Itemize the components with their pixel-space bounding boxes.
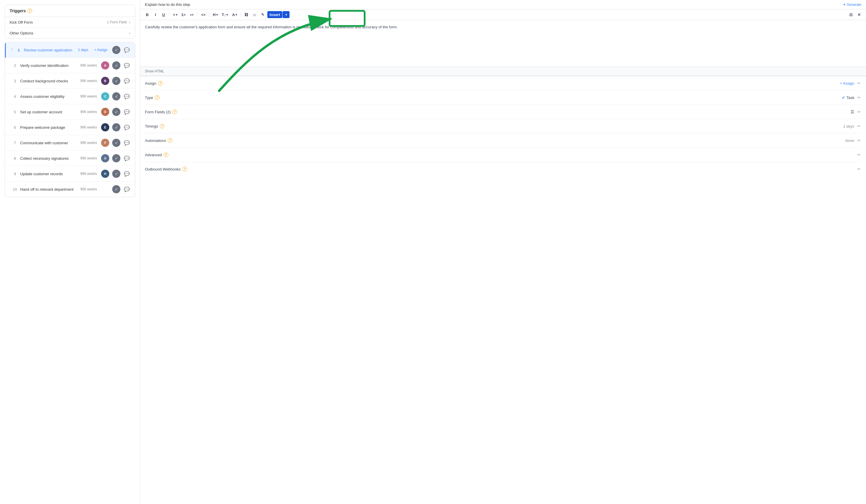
task-comment-button-9[interactable]: 💬: [123, 170, 130, 177]
timings-label: Timings ?: [145, 124, 165, 128]
task-row-2[interactable]: 2Verify customer identification996 weeks…: [5, 58, 135, 73]
link-button[interactable]: ⛓: [243, 11, 250, 18]
task-name-2: Verify customer identification: [20, 63, 77, 68]
editor-section: Explain how to do this step ✦ Generate B…: [140, 0, 866, 76]
outbound-webhooks-edit-button[interactable]: ✏: [857, 166, 861, 172]
underline-button[interactable]: U: [160, 11, 167, 18]
task-comment-button-10[interactable]: 💬: [123, 186, 130, 193]
task-row-8[interactable]: 8Collect necessary signatures996 weeksG✓…: [5, 151, 135, 166]
text-size-button[interactable]: T↕ ▾: [220, 11, 229, 18]
assign-help-icon[interactable]: ?: [158, 81, 163, 86]
task-avatar-4: C: [101, 92, 109, 100]
task-check-button-10[interactable]: ✓: [112, 185, 120, 193]
task-num-1: 1: [16, 48, 21, 52]
generate-button[interactable]: ✦ Generate: [843, 3, 861, 7]
task-duration-1: 1 days: [78, 48, 88, 52]
task-assign-button-1[interactable]: + Assign: [92, 47, 109, 53]
timings-edit-button[interactable]: ✏: [857, 123, 861, 129]
toolbar-separator-1: [169, 12, 169, 17]
task-check-button-6[interactable]: ✓: [112, 123, 120, 131]
unordered-list-button[interactable]: •≡: [188, 11, 195, 18]
task-check-button-7[interactable]: ✓: [112, 139, 120, 147]
drag-handle[interactable]: ⠿: [11, 48, 13, 52]
task-check-button-1[interactable]: ✓: [112, 46, 120, 54]
type-help-icon[interactable]: ?: [155, 95, 159, 100]
tasks-list: ⠿1Review customer application1 days+ Ass…: [5, 42, 135, 197]
task-check-icon: ✔: [842, 95, 845, 100]
close-editor-button[interactable]: ✕: [855, 11, 863, 18]
type-value: ✔ Task ✏: [842, 94, 861, 100]
assign-add-button[interactable]: + Assign: [840, 81, 854, 86]
assign-value: + Assign ✏: [840, 80, 861, 86]
task-row-5[interactable]: 5Set up customer account996 weeksD✓💬: [5, 104, 135, 120]
advanced-edit-button[interactable]: ✏: [857, 152, 861, 158]
task-duration-5: 996 weeks: [80, 110, 97, 114]
type-row: Type ? ✔ Task ✏: [145, 90, 861, 105]
trigger-kickoff[interactable]: Kick Off Form 1 Form Field ›: [5, 17, 135, 28]
assign-edit-button[interactable]: ✏: [857, 80, 861, 86]
task-comment-button-2[interactable]: 💬: [123, 62, 130, 69]
italic-button[interactable]: I: [152, 11, 159, 18]
task-avatar-9: H: [101, 170, 109, 178]
toolbar-separator-2: [197, 12, 198, 17]
task-comment-button-8[interactable]: 💬: [123, 155, 130, 162]
task-avatar-7: F: [101, 139, 109, 147]
trigger-kickoff-name: Kick Off Form: [10, 20, 33, 24]
fullscreen-button[interactable]: ⊡: [847, 11, 854, 18]
automations-help-icon[interactable]: ?: [168, 138, 173, 143]
automations-edit-button[interactable]: ✏: [857, 137, 861, 143]
color-button[interactable]: A ▾: [231, 11, 238, 18]
automations-label: Automations ?: [145, 138, 173, 143]
insert-button[interactable]: Insert: [267, 11, 282, 18]
special-char-button[interactable]: ↰: [259, 11, 266, 18]
code-button[interactable]: <>: [200, 11, 207, 18]
task-row-10[interactable]: 10Hand off to relevant department996 wee…: [5, 182, 135, 197]
trigger-other-options[interactable]: Other Options ›: [5, 28, 135, 38]
task-name-10: Hand off to relevant department: [20, 187, 77, 192]
advanced-help-icon[interactable]: ?: [164, 153, 168, 157]
task-comment-button-3[interactable]: 💬: [123, 78, 130, 85]
bold-button[interactable]: B: [144, 11, 151, 18]
task-comment-button-7[interactable]: 💬: [123, 139, 130, 146]
timings-help-icon[interactable]: ?: [160, 124, 165, 128]
form-fields-help-icon[interactable]: ?: [173, 110, 177, 114]
outbound-webhooks-value: ✏: [857, 166, 861, 172]
heading-button[interactable]: H ▾: [212, 11, 219, 18]
insert-dropdown-button[interactable]: ▾: [282, 11, 290, 18]
task-comment-button-1[interactable]: 💬: [123, 47, 130, 54]
form-fields-value: ☰ ✏: [851, 109, 861, 115]
outbound-webhooks-help-icon[interactable]: ?: [182, 167, 187, 171]
align-button[interactable]: ≡ ▾: [171, 11, 179, 18]
task-row-6[interactable]: 6Prepare welcome package996 weeksE✓💬: [5, 120, 135, 135]
task-row-9[interactable]: 9Update customer records996 weeksH✓💬: [5, 166, 135, 182]
task-num-6: 6: [13, 125, 17, 130]
toolbar-separator-3: [209, 12, 210, 17]
assign-row: Assign ? + Assign ✏: [145, 76, 861, 90]
form-fields-edit-button[interactable]: ✏: [857, 109, 861, 115]
ordered-list-button[interactable]: 1≡: [180, 11, 187, 18]
task-check-button-4[interactable]: ✓: [112, 92, 120, 100]
task-check-button-8[interactable]: ✓: [112, 154, 120, 163]
task-row-3[interactable]: 3Conduct background checks996 weeksB✓💬: [5, 73, 135, 89]
trigger-other-meta: ›: [129, 31, 130, 35]
type-edit-button[interactable]: ✏: [857, 94, 861, 100]
show-html-bar[interactable]: Show HTML: [140, 67, 866, 76]
task-comment-button-6[interactable]: 💬: [123, 124, 130, 131]
editor-content[interactable]: Carefully review the customer's applicat…: [140, 20, 866, 67]
task-check-button-3[interactable]: ✓: [112, 77, 120, 85]
task-row-1[interactable]: ⠿1Review customer application1 days+ Ass…: [5, 42, 135, 58]
task-num-10: 10: [13, 187, 17, 192]
task-comment-button-4[interactable]: 💬: [123, 93, 130, 100]
triggers-header: Triggers ?: [5, 5, 135, 17]
triggers-help-icon[interactable]: ?: [27, 9, 32, 13]
task-check-button-9[interactable]: ✓: [112, 170, 120, 178]
task-check-button-2[interactable]: ✓: [112, 61, 120, 69]
trigger-other-options-name: Other Options: [10, 31, 33, 35]
emoji-button[interactable]: ☺: [251, 11, 258, 18]
task-check-button-5[interactable]: ✓: [112, 108, 120, 116]
task-row-4[interactable]: 4Assess customer eligibility996 weeksC✓💬: [5, 89, 135, 104]
task-row-7[interactable]: 7Communicate with customer996 weeksF✓💬: [5, 135, 135, 151]
task-comment-button-5[interactable]: 💬: [123, 109, 130, 115]
task-duration-3: 996 weeks: [80, 79, 97, 83]
trigger-kickoff-meta: 1 Form Field ›: [107, 20, 130, 24]
